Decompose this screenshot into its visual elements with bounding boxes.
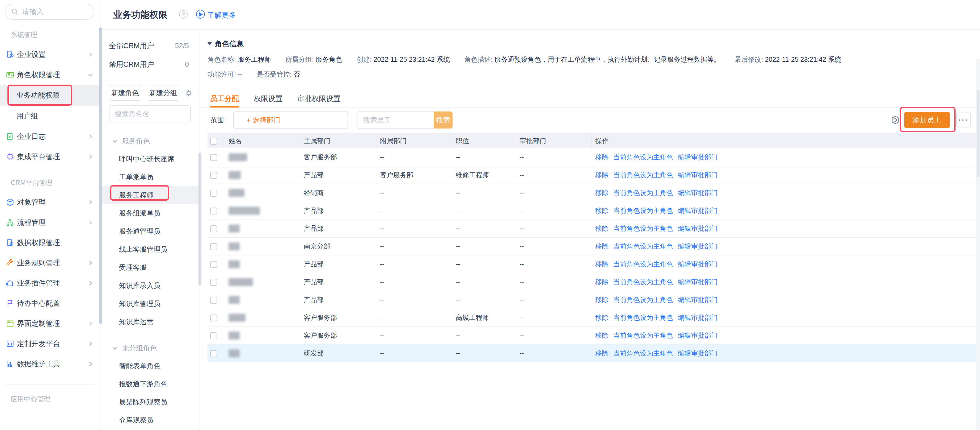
help-icon[interactable]: ? [179, 10, 188, 19]
role-item[interactable]: 受理客服 [100, 258, 200, 277]
learn-more-link[interactable]: 了解更多 [207, 10, 236, 20]
role-item[interactable]: 知识库运营 [100, 313, 200, 331]
all-crm-users-item[interactable]: 全部CRM用户 52/5 [109, 37, 189, 54]
action-link-2[interactable]: 编辑审批部门 [678, 207, 718, 214]
row-checkbox[interactable] [210, 190, 217, 197]
action-link-2[interactable]: 编辑审批部门 [678, 153, 718, 161]
role-group-header[interactable]: 服务角色 [100, 133, 200, 149]
search-button[interactable]: 搜索 [434, 112, 453, 128]
action-link-1[interactable]: 当前角色设为主角色 [613, 242, 673, 250]
tab-0[interactable]: 员工分配 [210, 90, 239, 107]
sidebar-item[interactable]: 业务插件管理 [0, 273, 100, 293]
role-item[interactable]: 报数通下游角色 [100, 375, 200, 393]
role-item[interactable]: 知识库管理员 [100, 294, 200, 313]
action-link-1[interactable]: 当前角色设为主角色 [613, 314, 673, 321]
select-department-input[interactable]: + 选择部门 [233, 112, 348, 128]
sidebar-scrollbar-thumb[interactable] [99, 27, 102, 324]
sidebar-item[interactable]: 数据权限管理 [0, 233, 100, 253]
action-link-0[interactable]: 移除 [595, 296, 609, 303]
row-checkbox[interactable] [210, 172, 217, 179]
action-link-0[interactable]: 移除 [595, 242, 609, 250]
sidebar-item[interactable]: 数据维护工具 [0, 354, 100, 374]
row-checkbox[interactable] [210, 279, 217, 286]
action-link-1[interactable]: 当前角色设为主角色 [613, 189, 673, 197]
group-settings-gear-icon[interactable] [184, 89, 193, 98]
row-checkbox[interactable] [210, 243, 217, 250]
sidebar-item[interactable]: 对象管理 [0, 192, 100, 213]
sidebar-subitem[interactable]: 业务功能权限 [0, 85, 100, 106]
action-link-1[interactable]: 当前角色设为主角色 [613, 296, 673, 303]
role-item[interactable]: 服务组派单员 [100, 204, 200, 222]
role-item[interactable]: 线上客服管理员 [100, 240, 200, 258]
table-settings-gear-icon[interactable] [891, 115, 900, 125]
action-link-0[interactable]: 移除 [595, 260, 609, 268]
action-link-1[interactable]: 当前角色设为主角色 [613, 207, 673, 214]
action-link-2[interactable]: 编辑审批部门 [678, 189, 718, 197]
role-item[interactable]: 服务通管理员 [100, 222, 200, 240]
role-item[interactable]: 智能表单角色 [100, 357, 200, 375]
disabled-crm-users-item[interactable]: 禁用CRM用户 0 [109, 56, 189, 73]
action-link-0[interactable]: 移除 [595, 332, 609, 339]
row-checkbox[interactable] [210, 261, 217, 268]
action-link-0[interactable]: 移除 [595, 207, 609, 214]
action-link-2[interactable]: 编辑审批部门 [678, 171, 718, 179]
new-role-button[interactable]: 新建角色 [109, 85, 142, 101]
role-item[interactable]: 仓库观察员 [100, 411, 200, 429]
sidebar-item[interactable]: 角色权限管理 [0, 65, 100, 85]
row-checkbox[interactable] [210, 208, 217, 214]
sidebar-item[interactable]: 定制开发平台 [0, 334, 100, 354]
row-checkbox[interactable] [210, 332, 217, 339]
action-link-0[interactable]: 移除 [595, 314, 609, 321]
action-link-2[interactable]: 编辑审批部门 [678, 225, 718, 232]
action-link-1[interactable]: 当前角色设为主角色 [613, 332, 673, 339]
action-link-1[interactable]: 当前角色设为主角色 [613, 260, 673, 268]
sidebar-item[interactable]: 界面定制管理 [0, 313, 100, 334]
add-employee-button[interactable]: 添加员工 [904, 112, 950, 128]
role-item[interactable]: 呼叫中心班长座席 [100, 150, 200, 168]
sidebar-item[interactable]: 业务规则管理 [0, 253, 100, 273]
action-link-2[interactable]: 编辑审批部门 [678, 332, 718, 339]
action-link-1[interactable]: 当前角色设为主角色 [613, 349, 673, 357]
action-link-2[interactable]: 编辑审批部门 [678, 296, 718, 303]
sidebar-item[interactable]: 流程管理 [0, 213, 100, 233]
role-info-header[interactable]: 角色信息 [208, 39, 969, 49]
action-link-0[interactable]: 移除 [595, 349, 609, 357]
action-link-0[interactable]: 移除 [595, 189, 609, 197]
action-link-1[interactable]: 当前角色设为主角色 [613, 153, 673, 161]
action-link-1[interactable]: 当前角色设为主角色 [613, 278, 673, 286]
tab-1[interactable]: 权限设置 [254, 90, 282, 107]
sidebar-search-input[interactable]: 请输入 [5, 4, 94, 20]
action-link-1[interactable]: 当前角色设为主角色 [613, 225, 673, 232]
action-link-0[interactable]: 移除 [595, 278, 609, 286]
row-checkbox[interactable] [210, 154, 217, 161]
action-link-2[interactable]: 编辑审批部门 [678, 242, 718, 250]
more-actions-button[interactable]: ··· [956, 113, 971, 128]
row-checkbox[interactable] [210, 225, 217, 232]
select-all-checkbox[interactable] [210, 138, 217, 145]
action-link-0[interactable]: 移除 [595, 171, 609, 179]
employee-search-input[interactable]: 搜索员工 [357, 112, 434, 128]
sidebar-subitem[interactable]: 用户组 [0, 106, 100, 126]
sidebar-item[interactable]: 待办中心配置 [0, 293, 100, 313]
role-group-header[interactable]: 未分组角色 [100, 340, 200, 356]
role-item[interactable]: 工单派单员 [100, 168, 200, 186]
main-scrollbar-thumb[interactable] [977, 90, 980, 177]
role-item-selected[interactable]: 服务工程师 [100, 186, 200, 204]
role-item[interactable]: 展架陈列观察员 [100, 393, 200, 411]
role-panel-scrollbar-thumb[interactable] [199, 152, 201, 286]
action-link-2[interactable]: 编辑审批部门 [678, 349, 718, 357]
row-checkbox[interactable] [210, 350, 217, 357]
role-search-input[interactable]: 搜索角色名 [109, 106, 191, 122]
tab-2[interactable]: 审批权限设置 [298, 90, 340, 107]
row-checkbox[interactable] [210, 315, 217, 321]
action-link-2[interactable]: 编辑审批部门 [678, 278, 718, 286]
action-link-0[interactable]: 移除 [595, 153, 609, 161]
action-link-2[interactable]: 编辑审批部门 [678, 260, 718, 268]
action-link-2[interactable]: 编辑审批部门 [678, 314, 718, 321]
video-play-icon[interactable] [196, 10, 205, 19]
sidebar-item[interactable]: 集成平台管理 [0, 147, 100, 167]
new-group-button[interactable]: 新建分组 [147, 85, 179, 101]
role-item[interactable]: 知识库录入员 [100, 277, 200, 294]
action-link-1[interactable]: 当前角色设为主角色 [613, 171, 673, 179]
main-scrollbar-track[interactable] [976, 59, 980, 430]
